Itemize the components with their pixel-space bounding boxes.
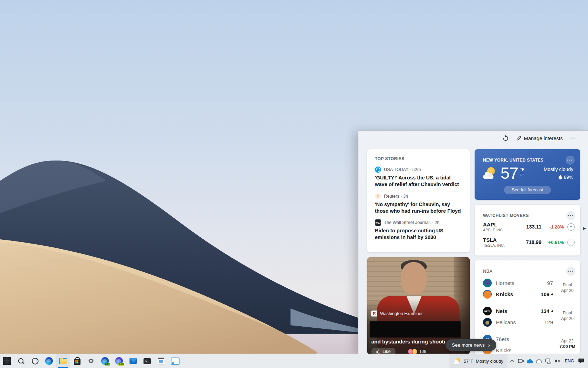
hornets-logo-icon: [483, 279, 492, 287]
action-center-button[interactable]: [577, 354, 586, 368]
edge-icon: [45, 357, 53, 365]
chevron-up-icon: [510, 360, 514, 362]
edge-button[interactable]: [42, 354, 56, 368]
carousel-next-arrow[interactable]: ▶: [583, 226, 586, 231]
search-icon: [18, 358, 24, 364]
news-headline[interactable]: 'No sympathy' for Chauvin, say those who…: [375, 201, 462, 214]
search-button[interactable]: [14, 354, 28, 368]
pelicans-logo-icon: [483, 318, 492, 327]
settings-button[interactable]: ⚙: [84, 354, 98, 368]
weather-card[interactable]: NEW YORK, UNITED STATES ••• 57 °F °C Mos…: [475, 149, 580, 200]
manage-interests-button[interactable]: Manage interests: [516, 136, 563, 141]
windows-logo-icon: [3, 357, 11, 365]
team-score: 109: [541, 291, 550, 297]
refresh-button[interactable]: [503, 135, 509, 141]
team-row[interactable]: NETS Nets 134 ◀: [483, 307, 553, 315]
show-hidden-icons-button[interactable]: [507, 354, 517, 368]
volume-button[interactable]: [553, 354, 562, 368]
watchlist-title-row: WATCHLIST MOVERS •••: [483, 211, 575, 220]
game-status: Final Apr 20: [557, 310, 578, 321]
game-state: Final: [557, 282, 578, 288]
stock-row[interactable]: TSLA TESLA, INC. 718.99 +0.61% +: [483, 237, 575, 247]
team-row[interactable]: Hornets 97: [483, 279, 553, 287]
partly-cloudy-icon: [483, 167, 498, 179]
top-stories-title: TOP STORIES: [375, 156, 462, 161]
desktop-screen: Manage interests ••• TOP STORIES USA TOD…: [0, 0, 588, 368]
stock-symbol: TSLA: [483, 237, 505, 243]
team-score: 134: [541, 308, 550, 314]
see-more-news-button[interactable]: See more news ›: [446, 339, 496, 351]
store-bag-icon: [74, 359, 80, 365]
onedrive-button[interactable]: [526, 354, 535, 368]
weather-main-row: 57 °F °C Mostly cloudy 89%: [483, 165, 573, 181]
news-item[interactable]: ✳ Reuters · 3h 'No sympathy' for Chauvin…: [375, 193, 462, 214]
stock-ids: TSLA TESLA, INC.: [483, 237, 505, 247]
unit-fahrenheit[interactable]: °F: [520, 167, 524, 173]
action-center-icon: [578, 358, 584, 364]
taskbar-weather-button[interactable]: 57°F Mostly cloudy: [449, 354, 507, 368]
edge-dev-button[interactable]: DEV: [98, 354, 112, 368]
notepad-icon: [158, 357, 164, 365]
team-row[interactable]: Knicks 109 ◀: [483, 290, 553, 299]
speaker-icon: [554, 359, 560, 363]
news-source: Reuters · 3h: [384, 194, 408, 199]
edge-canary-button[interactable]: CAN: [112, 354, 126, 368]
nba-title-row: NBA •••: [483, 267, 575, 276]
team-row[interactable]: Pelicans 129: [483, 318, 553, 327]
watchlist-card: WATCHLIST MOVERS ••• AAPL APPLE INC. 133…: [475, 205, 580, 255]
see-full-forecast-button[interactable]: See full forecast: [504, 186, 551, 194]
stock-row[interactable]: AAPL APPLE INC. 133.11 -1.28% +: [483, 222, 575, 232]
wsj-logo-icon: WSJ: [375, 219, 381, 226]
panel-more-button[interactable]: •••: [570, 137, 576, 140]
team-name: Hornets: [496, 280, 514, 286]
news-item[interactable]: WSJ The Wall Street Journal. · 2h Biden …: [375, 219, 462, 241]
ethernet-icon: [545, 359, 551, 364]
game-date: Apr 22: [557, 338, 578, 344]
cortana-button[interactable]: [28, 354, 42, 368]
meet-now-button[interactable]: [517, 354, 526, 368]
weather-more-button[interactable]: •••: [566, 156, 575, 165]
start-button[interactable]: [0, 354, 14, 368]
system-tray: 57°F Mostly cloudy ENG: [449, 354, 588, 368]
top-stories-content: TOP STORIES USA TODAY · 52m 'GUILTY!' Ac…: [367, 149, 470, 248]
winner-arrow-icon: ◀: [551, 309, 553, 313]
unit-celsius[interactable]: °C: [520, 174, 524, 178]
news-headline[interactable]: 'GUILTY!' Across the US, a tidal wave of…: [375, 175, 462, 188]
weather-cloud-button[interactable]: [535, 354, 544, 368]
video-person-face: [401, 262, 427, 294]
game-status: Final Apr 20: [557, 282, 578, 293]
add-to-watchlist-button[interactable]: +: [567, 239, 575, 246]
team-name: Nets: [496, 308, 507, 314]
news-headline[interactable]: Biden to propose cutting US emissions in…: [375, 227, 462, 241]
news-and-interests-panel: Manage interests ••• TOP STORIES USA TOD…: [358, 130, 588, 354]
tablet-app-button[interactable]: [168, 354, 182, 368]
team-name: 76ers: [496, 336, 509, 342]
stock-price: 133.11: [526, 224, 541, 230]
add-to-watchlist-button[interactable]: +: [567, 223, 575, 231]
file-explorer-button[interactable]: [56, 354, 70, 368]
panel-header: Manage interests •••: [503, 135, 576, 141]
terminal-button[interactable]: >_: [140, 354, 154, 368]
news-item[interactable]: USA TODAY · 52m 'GUILTY!' Across the US,…: [375, 166, 462, 188]
team-name: Pelicans: [496, 319, 516, 325]
taskbar: ⚙ DEV CAN >_ 57°F Mostly cloudy: [0, 354, 588, 368]
microsoft-store-button[interactable]: [70, 354, 84, 368]
watchlist-title: WATCHLIST MOVERS: [483, 213, 529, 218]
mail-button[interactable]: [126, 354, 140, 368]
cortana-icon: [32, 358, 38, 364]
game-date: Apr 20: [557, 288, 578, 293]
manage-interests-label: Manage interests: [524, 136, 563, 141]
weather-condition: Mostly cloudy: [544, 166, 573, 172]
language-indicator[interactable]: ENG: [562, 359, 577, 363]
onedrive-cloud-icon: [527, 359, 533, 363]
weather-temperature: 57: [500, 165, 518, 181]
video-source-label: Washington Examiner: [380, 311, 423, 316]
nba-more-button[interactable]: •••: [566, 267, 575, 276]
game-status: Apr 22 7:00 PM: [557, 338, 578, 349]
notepad-button[interactable]: [154, 354, 168, 368]
top-stories-card: TOP STORIES USA TODAY · 52m 'GUILTY!' Ac…: [367, 149, 470, 252]
watchlist-more-button[interactable]: •••: [566, 211, 575, 220]
thumb-up-icon: [376, 349, 380, 354]
network-button[interactable]: [544, 354, 553, 368]
edge-dev-icon: DEV: [101, 357, 109, 365]
